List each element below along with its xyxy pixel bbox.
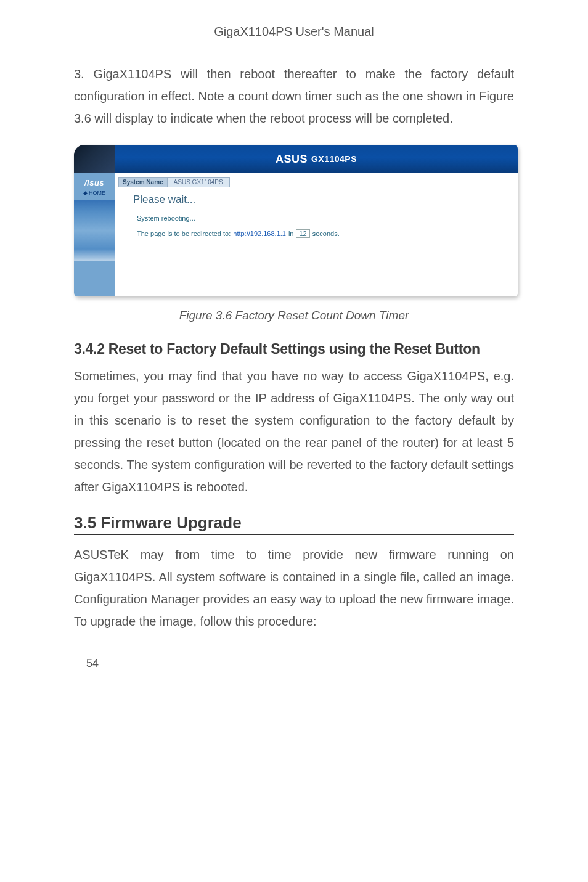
section-heading: 3.5 Firmware Upgrade: [74, 513, 514, 535]
rebooting-text: System rebooting...: [137, 214, 505, 222]
home-icon: ◆: [83, 190, 88, 196]
page-number: 54: [74, 657, 514, 670]
redirect-suffix: seconds.: [312, 230, 340, 237]
countdown-value: 12: [296, 229, 309, 238]
home-link[interactable]: ◆ HOME: [83, 190, 105, 196]
home-label: HOME: [89, 190, 105, 196]
redirect-in: in: [288, 230, 294, 237]
paragraph-firmware: ASUSTeK may from time to time provide ne…: [74, 544, 514, 632]
redirect-line: The page is to be redirected to: http://…: [137, 229, 505, 238]
sidebar-gradient: [74, 200, 115, 261]
screenshot-body: /isus ◆ HOME System Name ASUS GX1104PS P…: [74, 173, 518, 296]
banner-asus: ASUS: [276, 153, 308, 166]
doc-header: GigaX1104PS User's Manual: [74, 25, 514, 44]
subsection-heading: 3.4.2 Reset to Factory Default Settings …: [74, 341, 514, 357]
paragraph-intro: 3. GigaX1104PS will then reboot thereaft…: [74, 63, 514, 129]
banner-model: GX1104PS: [311, 154, 357, 164]
asus-logo: /isus: [84, 178, 104, 187]
redirect-url-link[interactable]: http://192.168.1.1: [233, 230, 286, 237]
screenshot-top-row: ASUS GX1104PS: [74, 145, 518, 173]
system-name-row: System Name ASUS GX1104PS: [118, 177, 505, 187]
screenshot-corner: [74, 145, 115, 173]
screenshot-banner: ASUS GX1104PS: [115, 145, 518, 173]
embedded-screenshot: ASUS GX1104PS /isus ◆ HOME System Name A…: [74, 145, 518, 296]
system-name-value: ASUS GX1104PS: [168, 177, 230, 187]
redirect-prefix: The page is to be redirected to:: [137, 230, 231, 237]
system-name-label: System Name: [118, 177, 168, 187]
please-wait-text: Please wait...: [133, 194, 505, 206]
screenshot-sidebar: /isus ◆ HOME: [74, 173, 115, 296]
screenshot-content: System Name ASUS GX1104PS Please wait...…: [115, 173, 518, 296]
figure-caption: Figure 3.6 Factory Reset Count Down Time…: [74, 309, 514, 322]
paragraph-reset: Sometimes, you may find that you have no…: [74, 365, 514, 498]
